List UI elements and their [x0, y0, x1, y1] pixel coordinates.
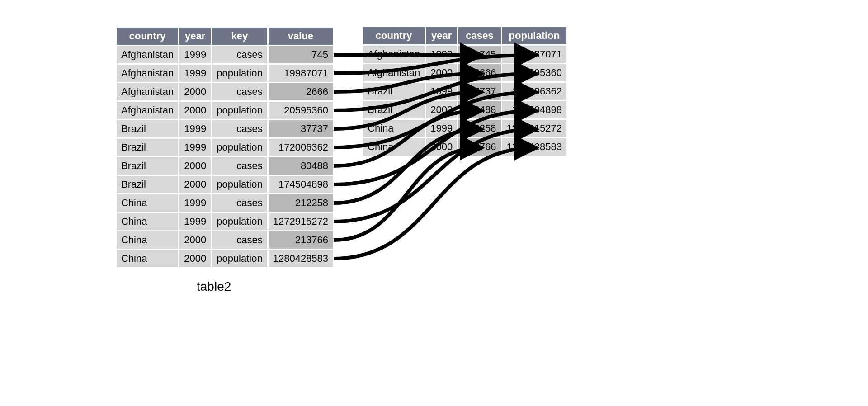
- table-row: Brazil1999cases37737: [117, 120, 333, 137]
- table-row: Afghanistan2000266620595360: [363, 64, 566, 81]
- cell-cases: 2666: [458, 64, 500, 81]
- cell-key: population: [212, 213, 267, 230]
- cell-country: China: [117, 213, 178, 230]
- cell-value: 2666: [269, 83, 333, 100]
- cell-key: cases: [212, 120, 267, 137]
- table-row: China2000cases213766: [117, 231, 333, 249]
- cell-year: 1999: [426, 46, 457, 63]
- cell-key: cases: [212, 157, 267, 175]
- cell-value: 174504898: [269, 176, 333, 193]
- cell-year: 1999: [426, 83, 457, 100]
- cell-country: China: [117, 231, 178, 249]
- cell-key: cases: [212, 231, 267, 249]
- table-row: Brazil199937737172006362: [363, 83, 566, 100]
- cell-country: Brazil: [117, 176, 178, 193]
- cell-population: 174504898: [502, 101, 566, 118]
- cell-year: 1999: [179, 65, 211, 82]
- table-row: Brazil2000cases80488: [117, 157, 333, 175]
- table-row: Afghanistan1999population19987071: [117, 65, 333, 82]
- left-table-caption: table2: [197, 279, 231, 294]
- cell-value: 1272915272: [269, 213, 333, 230]
- table-row: Afghanistan199974519987071: [363, 46, 566, 63]
- cell-cases: 212258: [458, 120, 500, 137]
- table-row: Afghanistan1999cases745: [117, 46, 333, 63]
- right-wide-table: country year cases population Afghanista…: [362, 26, 568, 157]
- cell-value: 37737: [269, 120, 333, 137]
- cell-population: 1272915272: [502, 120, 566, 137]
- left-th-value: value: [269, 28, 333, 45]
- cell-cases: 745: [458, 46, 500, 63]
- cell-country: Brazil: [363, 83, 425, 100]
- cell-key: population: [212, 65, 267, 82]
- cell-key: population: [212, 102, 267, 119]
- cell-year: 1999: [426, 120, 457, 137]
- cell-year: 1999: [179, 139, 211, 156]
- cell-key: population: [212, 176, 267, 193]
- cell-value: 80488: [269, 157, 333, 175]
- cell-country: Afghanistan: [117, 102, 178, 119]
- cell-key: cases: [212, 46, 267, 63]
- right-th-year: year: [426, 27, 457, 44]
- cell-cases: 213766: [458, 138, 500, 156]
- cell-year: 2000: [426, 101, 457, 118]
- right-th-country: country: [363, 27, 425, 44]
- cell-country: Afghanistan: [117, 65, 178, 82]
- cell-country: Brazil: [117, 139, 178, 156]
- cell-year: 1999: [179, 213, 211, 230]
- table-row: China1999cases212258: [117, 194, 333, 212]
- cell-country: China: [363, 138, 425, 156]
- cell-value: 745: [269, 46, 333, 63]
- left-th-country: country: [117, 28, 178, 45]
- table-row: Afghanistan2000population20595360: [117, 102, 333, 119]
- table-row: China19992122581272915272: [363, 120, 566, 137]
- left-th-key: key: [212, 28, 267, 45]
- cell-value: 20595360: [269, 102, 333, 119]
- right-th-cases: cases: [458, 27, 500, 44]
- cell-year: 1999: [179, 120, 211, 137]
- table-row: Brazil2000population174504898: [117, 176, 333, 193]
- table-row: China2000population1280428583: [117, 250, 333, 267]
- table-row: Afghanistan2000cases2666: [117, 83, 333, 100]
- cell-year: 1999: [179, 46, 211, 63]
- cell-country: China: [363, 120, 425, 137]
- cell-country: Brazil: [363, 101, 425, 118]
- cell-value: 19987071: [269, 65, 333, 82]
- cell-country: China: [117, 194, 178, 212]
- cell-population: 19987071: [502, 46, 566, 63]
- cell-population: 20595360: [502, 64, 566, 81]
- cell-country: Afghanistan: [363, 46, 425, 63]
- cell-key: population: [212, 250, 267, 267]
- cell-country: Afghanistan: [363, 64, 425, 81]
- cell-cases: 37737: [458, 83, 500, 100]
- cell-key: population: [212, 139, 267, 156]
- cell-country: China: [117, 250, 178, 267]
- cell-country: Afghanistan: [117, 83, 178, 100]
- left-th-year: year: [179, 28, 211, 45]
- table-row: Brazil1999population172006362: [117, 139, 333, 156]
- right-th-population: population: [502, 27, 566, 44]
- cell-year: 2000: [179, 157, 211, 175]
- cell-country: Brazil: [117, 120, 178, 137]
- table-row: China20002137661280428583: [363, 138, 566, 156]
- cell-year: 1999: [179, 194, 211, 212]
- cell-key: cases: [212, 194, 267, 212]
- cell-population: 1280428583: [502, 138, 566, 156]
- cell-value: 212258: [269, 194, 333, 212]
- cell-country: Brazil: [117, 157, 178, 175]
- cell-cases: 80488: [458, 101, 500, 118]
- left-long-table: country year key value Afghanistan1999ca…: [115, 26, 334, 269]
- table-row: China1999population1272915272: [117, 213, 333, 230]
- spread-arrow: [334, 148, 480, 240]
- cell-year: 2000: [179, 83, 211, 100]
- cell-year: 2000: [179, 231, 211, 249]
- cell-key: cases: [212, 83, 267, 100]
- spread-arrow: [334, 148, 534, 259]
- table-row: Brazil200080488174504898: [363, 101, 566, 118]
- cell-year: 2000: [426, 64, 457, 81]
- cell-year: 2000: [426, 138, 457, 156]
- cell-country: Afghanistan: [117, 46, 178, 63]
- cell-population: 172006362: [502, 83, 566, 100]
- cell-value: 213766: [269, 231, 333, 249]
- cell-year: 2000: [179, 250, 211, 267]
- cell-year: 2000: [179, 176, 211, 193]
